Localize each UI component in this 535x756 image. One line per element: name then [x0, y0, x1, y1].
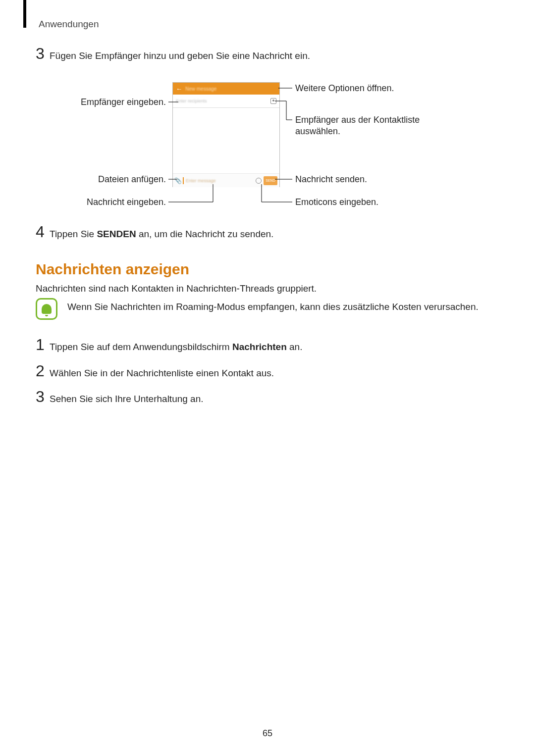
- sub-step-3-prefix: Sehen Sie sich Ihre Unterhaltung an.: [50, 394, 204, 404]
- sub-step-1-bold: Nachrichten: [232, 342, 287, 352]
- sub-step-1: 1 Tippen Sie auf dem Anwendungsbildschir…: [36, 337, 500, 354]
- sub-step-3: 3 Sehen Sie sich Ihre Unterhaltung an.: [36, 389, 500, 406]
- step-4-prefix: Tippen Sie: [50, 229, 97, 239]
- note-row: Wenn Sie Nachrichten im Roaming-Modus em…: [36, 298, 500, 320]
- sub-step-2-prefix: Wählen Sie in der Nachrichtenliste einen…: [50, 368, 274, 378]
- section-paragraph: Nachrichten sind nach Kontakten in Nachr…: [36, 283, 500, 294]
- bell-icon: [42, 304, 52, 314]
- sub-step-2-text: Wählen Sie in der Nachrichtenliste einen…: [50, 364, 274, 380]
- sub-step-1-suffix: an.: [287, 342, 303, 352]
- sub-steps-list: 1 Tippen Sie auf dem Anwendungsbildschir…: [36, 337, 500, 415]
- sub-step-2-number: 2: [36, 363, 50, 379]
- sub-step-1-text: Tippen Sie auf dem Anwendungsbildschirm …: [50, 338, 302, 354]
- page-number: 65: [0, 728, 535, 739]
- note-text: Wenn Sie Nachrichten im Roaming-Modus em…: [67, 298, 479, 314]
- step-4-bold: SENDEN: [97, 229, 136, 239]
- step-4-row: 4 Tippen Sie SENDEN an, um die Nachricht…: [36, 224, 500, 241]
- sub-step-3-number: 3: [36, 389, 50, 404]
- step-4-suffix: an, um die Nachricht zu senden.: [136, 229, 274, 239]
- section-title-view-messages: Nachrichten anzeigen: [36, 261, 189, 278]
- sub-step-3-text: Sehen Sie sich Ihre Unterhaltung an.: [50, 390, 204, 406]
- leader-lines: [0, 0, 535, 248]
- sub-step-2: 2 Wählen Sie in der Nachrichtenliste ein…: [36, 363, 500, 380]
- sub-step-1-number: 1: [36, 337, 50, 353]
- step-4-text: Tippen Sie SENDEN an, um die Nachricht z…: [50, 224, 273, 241]
- step-4-number: 4: [36, 224, 50, 240]
- sub-step-1-prefix: Tippen Sie auf dem Anwendungsbildschirm: [50, 342, 232, 352]
- bell-note-icon: [36, 298, 57, 320]
